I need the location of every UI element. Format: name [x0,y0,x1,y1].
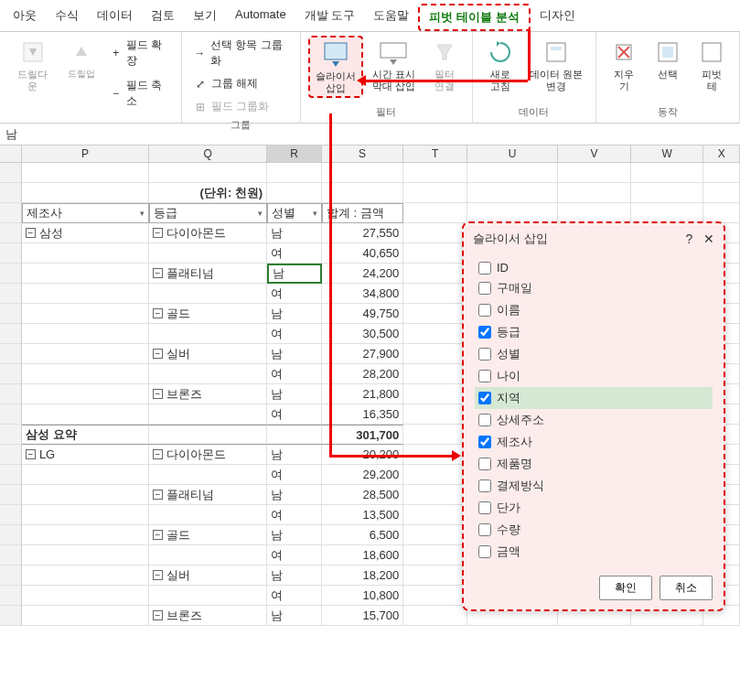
cell[interactable] [0,525,22,545]
tab-pivot-analyze[interactable]: 피벗 테이블 분석 [418,4,530,31]
slicer-field-item[interactable]: 등급 [475,321,713,343]
tab-layout[interactable]: 아웃 [4,4,46,31]
insert-slicer-button[interactable]: 슬라이서 삽입 [308,36,363,98]
field-checkbox[interactable] [478,414,491,426]
change-source-button[interactable]: 데이터 원본 변경 [524,36,588,94]
cell[interactable]: 301,700 [322,425,403,445]
drillup-button[interactable]: 드릴업 [61,36,102,81]
field-checkbox[interactable] [478,501,491,514]
cell[interactable] [0,425,22,445]
cell[interactable] [0,264,22,284]
cell[interactable] [403,304,467,324]
tab-developer[interactable]: 개발 도구 [295,4,365,31]
cell[interactable]: −삼성 [22,223,149,243]
cell[interactable] [403,404,467,425]
cell[interactable] [0,183,22,203]
cell[interactable]: 6,500 [322,525,403,545]
slicer-field-item[interactable]: 상세주소 [475,409,713,431]
cell[interactable] [403,465,467,485]
drilldown-button[interactable]: 드릴다 운 [7,36,58,94]
cell[interactable]: −골드 [149,304,267,324]
cell[interactable]: 남 [267,606,322,626]
cell[interactable]: 16,350 [322,404,403,425]
cell[interactable] [403,565,467,586]
col-header-V[interactable]: V [558,145,631,162]
dialog-help-button[interactable]: ? [686,232,693,246]
dialog-close-button[interactable]: ✕ [703,232,714,246]
cell[interactable]: −실버 [149,565,267,586]
cell[interactable] [403,163,467,183]
cell[interactable] [0,243,22,264]
cell[interactable] [149,545,267,565]
insert-timeline-button[interactable]: 시간 표시 막대 삽입 [367,36,421,98]
cell[interactable] [0,445,22,465]
cell[interactable]: 삼성 요약 [22,425,149,445]
cell[interactable] [149,163,267,183]
tab-review[interactable]: 검토 [142,4,184,31]
slicer-field-item[interactable]: ID [475,258,713,277]
cell[interactable] [22,525,149,545]
cell[interactable] [322,183,403,203]
cell[interactable] [0,586,22,606]
col-header-R[interactable]: R [267,145,322,162]
field-collapse-button[interactable]: − 필드 축소 [105,76,173,111]
cell[interactable]: 40,650 [322,243,403,264]
tab-view[interactable]: 보기 [184,4,226,31]
cell[interactable] [403,586,467,606]
cell[interactable] [631,163,704,183]
group-selection-button[interactable]: → 선택 항목 그룹화 [189,36,293,70]
cell[interactable] [403,243,467,264]
cell[interactable] [22,324,149,344]
cell[interactable] [403,505,467,525]
ungroup-button[interactable]: ⤢ 그룹 해제 [189,74,293,93]
slicer-field-item[interactable]: 성별 [475,343,713,365]
cell[interactable]: 여 [267,586,322,606]
slicer-field-item[interactable]: 이름 [475,299,713,321]
clear-button[interactable]: 지우기 [604,36,644,94]
cell[interactable] [22,545,149,565]
cell[interactable] [267,183,322,203]
cell[interactable]: 여 [267,505,322,525]
cell[interactable]: 49,750 [322,304,403,324]
cell[interactable] [22,404,149,425]
corner-header[interactable] [0,145,22,162]
cell[interactable] [703,163,740,183]
cell[interactable] [22,485,149,505]
slicer-field-item[interactable]: 지역 [475,387,713,409]
cell[interactable] [322,163,403,183]
cell[interactable] [403,183,467,203]
slicer-field-item[interactable]: 단가 [475,497,713,519]
field-checkbox[interactable] [478,392,491,404]
cell[interactable] [0,364,22,384]
cell[interactable] [403,545,467,565]
cell[interactable] [22,505,149,525]
cell[interactable] [0,404,22,425]
cell[interactable] [149,243,267,264]
cell[interactable] [22,606,149,626]
cell[interactable] [467,183,558,203]
field-checkbox[interactable] [478,326,491,339]
cell[interactable] [149,284,267,304]
cell[interactable]: 남 [267,525,322,545]
cell[interactable] [0,606,22,626]
slicer-field-item[interactable]: 결제방식 [475,475,713,497]
tab-help[interactable]: 도움말 [364,4,418,31]
slicer-field-item[interactable]: 금액 [475,541,713,563]
slicer-field-item[interactable]: 수량 [475,519,713,541]
cell[interactable]: −골드 [149,525,267,545]
cell[interactable] [149,364,267,384]
cell[interactable]: 15,700 [322,606,403,626]
cell[interactable] [0,163,22,183]
cell[interactable] [631,203,704,223]
cell[interactable] [22,183,149,203]
select-button[interactable]: 선택 [648,36,688,94]
cell[interactable]: −플래티넘 [149,264,267,284]
dialog-titlebar[interactable]: 슬라이서 삽입 ? ✕ [464,223,724,254]
dialog-cancel-button[interactable]: 취소 [660,576,713,600]
field-checkbox[interactable] [478,370,491,382]
cell[interactable] [0,304,22,324]
cell[interactable] [149,324,267,344]
field-checkbox[interactable] [478,523,491,536]
cell[interactable]: 34,800 [322,284,403,304]
cell[interactable]: 18,600 [322,545,403,565]
